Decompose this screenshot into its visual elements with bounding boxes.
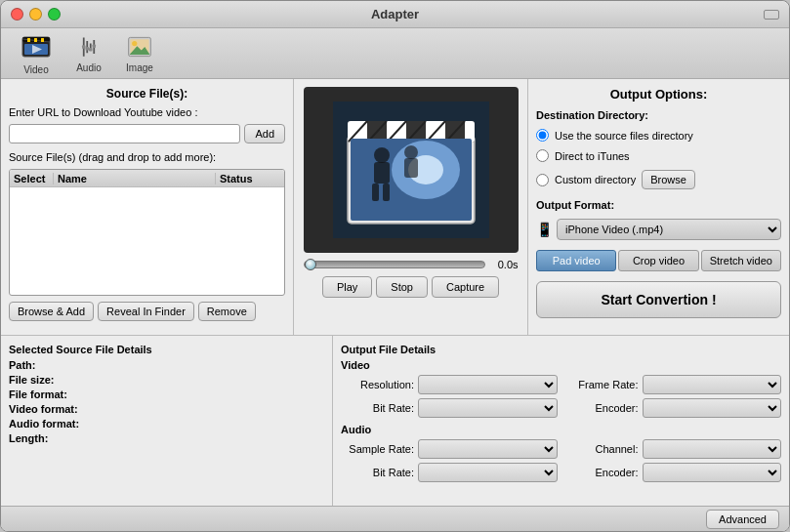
progress-bar[interactable] <box>304 261 485 268</box>
channel-label: Channel: <box>565 443 639 455</box>
toolbar-item-audio[interactable]: Audio <box>67 29 110 77</box>
window-controls <box>11 8 61 20</box>
toolbar-item-image[interactable]: Image <box>118 29 161 77</box>
detail-videoformat: Video format: <box>9 403 324 415</box>
close-button[interactable] <box>11 8 23 20</box>
audio-fields-grid: Sample Rate: Channel: Bit Rate: Encoder: <box>341 439 781 482</box>
audio-icon <box>75 33 103 61</box>
video-icon <box>21 31 52 62</box>
samplerate-label: Sample Rate: <box>341 443 414 455</box>
detail-fileformat-value <box>101 389 324 400</box>
radio-itunes: Direct to iTunes <box>536 149 781 162</box>
drag-label: Source File(s) (drag and drop to add mor… <box>9 151 285 163</box>
audio-encoder-label: Encoder: <box>565 467 639 478</box>
framerate-select[interactable] <box>643 375 782 394</box>
format-select[interactable]: iPhone Video (.mp4) <box>557 219 781 240</box>
audio-encoder-select[interactable] <box>643 463 782 482</box>
resolution-row: Resolution: <box>341 375 558 394</box>
browse-dest-button[interactable]: Browse <box>642 170 695 189</box>
video-bitrate-row: Bit Rate: <box>341 398 558 418</box>
remove-button[interactable]: Remove <box>198 302 256 321</box>
video-bitrate-label: Bit Rate: <box>341 402 414 414</box>
reveal-button[interactable]: Reveal In Finder <box>98 302 194 321</box>
detail-path-label: Path: <box>9 359 97 371</box>
detail-path-value <box>101 359 324 371</box>
samplerate-row: Sample Rate: <box>341 439 558 459</box>
detail-audioformat: Audio format: <box>9 418 324 430</box>
expand-icon[interactable] <box>764 10 779 20</box>
bottom-buttons: Browse & Add Reveal In Finder Remove <box>9 302 285 321</box>
toolbar-item-video[interactable]: Video <box>13 27 60 79</box>
output-details-header: Output File Details <box>341 344 781 355</box>
output-format-label: Output Format: <box>536 199 781 211</box>
detail-length: Length: <box>9 432 324 444</box>
video-encoder-select[interactable] <box>643 398 782 418</box>
samplerate-select[interactable] <box>418 439 558 459</box>
minimize-button[interactable] <box>29 8 42 20</box>
playback-buttons: Play Stop Capture <box>322 276 499 298</box>
url-input[interactable] <box>9 124 240 143</box>
resolution-label: Resolution: <box>341 379 414 390</box>
svg-rect-5 <box>41 38 44 42</box>
progress-row: 0.0s <box>304 259 519 270</box>
channel-select[interactable] <box>643 439 782 459</box>
video-bitrate-select[interactable] <box>418 398 558 418</box>
col-status: Status <box>216 173 284 184</box>
format-select-row: 📱 iPhone Video (.mp4) <box>536 219 781 240</box>
svg-rect-15 <box>93 44 97 48</box>
radio-custom-input[interactable] <box>536 174 549 186</box>
preview-panel: 0.0s Play Stop Capture <box>294 79 528 335</box>
audio-bitrate-select[interactable] <box>418 463 558 482</box>
resolution-select[interactable] <box>418 375 558 394</box>
main-window: Adapter Video <box>0 0 790 532</box>
detail-length-label: Length: <box>9 432 97 444</box>
radio-itunes-input[interactable] <box>536 149 549 162</box>
crop-video-button[interactable]: Crop video <box>618 250 698 271</box>
video-encoder-label: Encoder: <box>565 402 639 414</box>
svg-rect-12 <box>82 45 86 49</box>
stop-button[interactable]: Stop <box>376 276 428 298</box>
source-files-header: Source File(s): <box>9 87 285 101</box>
audio-label: Audio <box>76 62 102 73</box>
pad-video-button[interactable]: Pad video <box>536 250 616 271</box>
svg-point-41 <box>404 145 418 159</box>
fit-buttons: Pad video Crop video Stretch video <box>536 250 781 271</box>
detail-audioformat-label: Audio format: <box>9 418 97 430</box>
main-content: Source File(s): Enter URL to Download Yo… <box>1 79 789 335</box>
image-icon <box>126 33 153 61</box>
stretch-video-button[interactable]: Stretch video <box>701 250 781 271</box>
audio-bitrate-label: Bit Rate: <box>341 467 414 478</box>
browse-add-button[interactable]: Browse & Add <box>9 302 94 321</box>
toolbar: Video Audio <box>1 28 789 79</box>
channel-row: Channel: <box>565 439 782 459</box>
detail-filesize-value <box>101 374 324 386</box>
start-conversion-button[interactable]: Start Convertion ! <box>536 281 781 318</box>
detail-length-value <box>101 432 324 444</box>
capture-button[interactable]: Capture <box>432 276 499 298</box>
maximize-button[interactable] <box>48 8 61 20</box>
svg-rect-4 <box>34 38 37 42</box>
detail-videoformat-label: Video format: <box>9 403 97 415</box>
file-table-body <box>10 187 284 275</box>
detail-videoformat-value <box>101 403 324 415</box>
svg-rect-39 <box>372 184 379 201</box>
source-details-panel: Selected Source File Details Path: File … <box>1 336 333 506</box>
time-label: 0.0s <box>489 259 519 270</box>
audio-encoder-row: Encoder: <box>565 463 782 482</box>
output-details-panel: Output File Details Video Resolution: Fr… <box>333 336 789 506</box>
progress-thumb <box>305 259 316 270</box>
add-button[interactable]: Add <box>244 124 285 143</box>
radio-source-dir-input[interactable] <box>536 129 549 142</box>
footer: Advanced <box>1 506 789 531</box>
output-options-panel: Output Options: Destination Directory: U… <box>528 79 789 335</box>
url-row: Add <box>9 124 285 143</box>
play-button[interactable]: Play <box>322 276 372 298</box>
advanced-button[interactable]: Advanced <box>706 510 779 529</box>
detail-filesize: File size: <box>9 374 324 386</box>
image-label: Image <box>126 62 153 73</box>
file-table: Select Name Status <box>9 169 285 296</box>
source-panel: Source File(s): Enter URL to Download Yo… <box>1 79 294 335</box>
detail-fileformat: File format: <box>9 389 324 400</box>
svg-rect-42 <box>404 158 418 178</box>
preview-area <box>304 87 519 253</box>
